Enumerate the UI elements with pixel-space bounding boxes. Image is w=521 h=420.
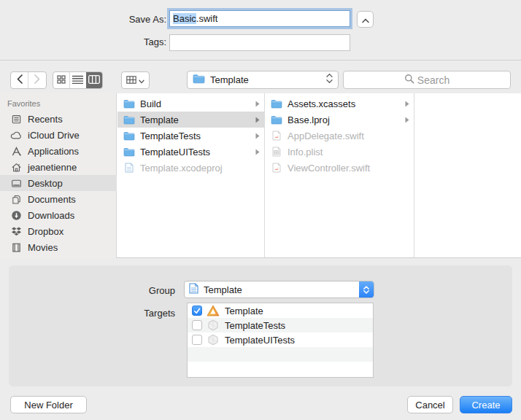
browser-column-1: Build Template TemplateTests TemplateUIT… [117,93,264,257]
folder-icon [193,74,205,87]
target-row-template[interactable]: Template [188,303,373,318]
sidebar-item-label: Movies [28,242,58,253]
sidebar-item-dropbox[interactable]: Dropbox [0,223,117,239]
plist-file-icon [271,146,282,158]
file-row-info-plist: Info.plist [265,144,414,160]
folder-icon [123,130,135,141]
sidebar-item-home[interactable]: jeanetienne [0,159,117,175]
file-row-base-lproj[interactable]: Base.lproj [265,112,414,128]
location-popup[interactable]: Template [187,71,339,89]
save-form-section: Save As: Basic.swift Tags: [0,0,521,61]
home-icon [10,161,22,173]
folder-icon [123,146,135,158]
documents-icon [10,193,22,205]
search-placeholder: Search [417,74,449,86]
save-file-dialog: Save As: Basic.swift Tags: Template [0,0,521,420]
sidebar-item-label: Documents [28,194,76,205]
sidebar-item-label: Dropbox [28,226,63,237]
swift-file-icon [271,130,282,141]
swift-file-icon [271,162,282,174]
collapse-dialog-button[interactable] [357,11,374,28]
file-row-build[interactable]: Build [117,96,264,112]
file-row-template[interactable]: Template [117,112,264,128]
desktop-icon [10,177,22,189]
forward-button[interactable] [28,72,46,88]
sidebar-item-desktop[interactable]: Desktop [0,175,117,191]
checkbox-unchecked[interactable] [192,320,202,330]
group-label: Group [102,285,175,296]
checkbox-checked[interactable] [192,306,202,316]
chevron-right-icon [255,149,260,155]
save-as-label: Save As: [72,14,166,25]
xcode-options-panel: Group Template Targets Template Template… [9,265,512,386]
chevron-up-icon [362,13,369,26]
chevron-right-icon [405,101,409,107]
save-as-input[interactable]: Basic.swift [169,10,350,27]
tags-input[interactable] [169,34,350,51]
folder-icon [271,114,282,125]
cancel-button[interactable]: Cancel [407,396,453,413]
chevron-down-icon [139,74,144,87]
column-view-icon [88,74,100,87]
list-view-button[interactable] [69,72,85,88]
recents-icon [10,113,22,125]
sidebar-item-downloads[interactable]: Downloads [0,207,117,223]
folder-icon [123,114,135,125]
create-button[interactable]: Create [460,396,512,413]
grouping-grid-icon [126,74,136,87]
filename-rest-text: .swift [196,13,218,24]
back-button[interactable] [11,72,28,88]
chevron-left-icon [17,74,23,87]
app-target-icon [207,305,220,316]
search-icon [404,74,414,87]
checkbox-unchecked[interactable] [192,335,202,345]
chevron-right-icon [255,101,260,107]
list-view-icon [72,74,83,87]
dropbox-icon [10,225,22,237]
test-target-icon [207,334,220,346]
new-folder-button[interactable]: New Folder [10,396,87,413]
group-popup[interactable]: Template [184,281,374,298]
target-row-empty [188,362,373,376]
sidebar-section-header: Favorites [7,99,40,108]
target-row-templatetests[interactable]: TemplateTests [188,318,373,332]
favorites-sidebar: Favorites Recents iCloud Drive Applicati… [0,93,117,258]
icloud-icon [10,129,22,141]
icon-view-button[interactable] [53,72,69,88]
applications-icon [10,145,22,157]
sidebar-item-label: jeanetienne [28,162,77,173]
search-input[interactable]: Search [343,71,511,89]
sidebar-item-documents[interactable]: Documents [0,191,117,207]
tags-label: Tags: [72,36,166,47]
sidebar-item-applications[interactable]: Applications [0,143,117,159]
file-row-templatetests[interactable]: TemplateTests [117,128,264,144]
sidebar-item-label: Applications [28,146,79,157]
sidebar-list: Recents iCloud Drive Applications jeanet… [0,111,117,255]
file-row-viewcontroller-swift: ViewController.swift [265,160,414,176]
folder-icon [271,98,282,109]
file-row-assets-xcassets[interactable]: Assets.xcassets [265,96,414,112]
sidebar-item-label: Recents [28,114,63,125]
column-view-button[interactable] [86,72,102,88]
target-row-templateuitests[interactable]: TemplateUITests [188,332,373,347]
targets-label: Targets [102,308,175,319]
sidebar-item-icloud-drive[interactable]: iCloud Drive [0,127,117,143]
file-browser: Favorites Recents iCloud Drive Applicati… [0,93,521,258]
file-row-templateuitests[interactable]: TemplateUITests [117,144,264,160]
popup-stepper-icon [359,281,374,298]
chevron-right-icon [34,74,40,87]
sidebar-item-movies[interactable]: Movies [0,239,117,255]
sidebar-item-label: Downloads [28,210,74,221]
group-popup-label: Template [204,284,359,295]
item-arrangement-button[interactable] [121,71,150,89]
group-document-icon [189,283,198,297]
chevron-right-icon [405,117,409,123]
test-target-icon [207,319,220,331]
sidebar-item-label: Desktop [28,178,63,189]
movies-icon [10,241,22,253]
sidebar-item-recents[interactable]: Recents [0,111,117,127]
grid-view-icon [57,74,66,87]
targets-list: Template TemplateTests TemplateUITests [187,303,374,378]
folder-icon [123,98,135,109]
file-row-appdelegate-swift: AppDelegate.swift [265,128,414,144]
